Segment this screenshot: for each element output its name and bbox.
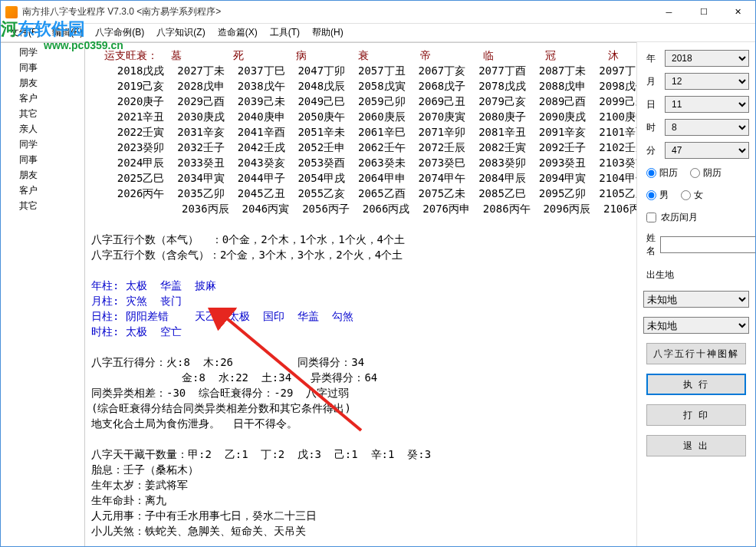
calendar-radio-group: 阳历 阴历 — [643, 165, 749, 181]
header-row: 运支旺衰： 墓 死 病 衰 帝 临 冠 沐 — [91, 48, 630, 63]
sidebar-item[interactable]: 同学 — [1, 44, 84, 60]
renyuan-row: 人元用事：子中有壬水用事七日，癸水二十三日 — [91, 508, 630, 523]
gender-radio-group: 男 女 — [643, 187, 749, 203]
score-row: 地支化合土局为食伤泄身。 日干不得令。 — [91, 416, 630, 431]
menu-knowledge[interactable]: 八字知识(Z) — [150, 24, 211, 41]
month-row: 月 12 — [643, 73, 749, 90]
day-row: 日 11 — [643, 96, 749, 113]
sidebar-item[interactable]: 同事 — [1, 152, 84, 167]
sidebar-item[interactable]: 客户 — [1, 91, 84, 106]
year-row: 年 2018 — [643, 50, 749, 67]
chart-button[interactable]: 八字五行十神图解 — [646, 343, 746, 364]
right-panel: 年 2018 月 12 日 11 时 8 分 47 阳历 阴历 — [636, 42, 755, 546]
minute-select[interactable]: 47 — [665, 142, 749, 159]
leap-label: 农历闰月 — [661, 211, 698, 224]
minute-row: 分 47 — [643, 142, 749, 159]
wuxing-count-1: 八字五行个数（本气） ：0个金，2个木，1个水，1个火，4个土 — [91, 232, 630, 247]
month-pillar: 月柱: 灾煞 丧门 — [91, 293, 630, 308]
score-row: (综合旺衰得分结合同类异类相差分数和其它条件得出) — [91, 400, 630, 416]
menubar: 河东软件园 www.pc0359.cn 文件(F) 编辑(E) 八字命例(B) … — [1, 24, 755, 42]
year-row: 2021辛丑 2030庚戌 2040庚申 2050庚午 2060庚辰 2070庚… — [91, 109, 630, 124]
taixi-row: 胎息：壬子（桑柘木） — [91, 462, 630, 477]
sidebar-item[interactable]: 亲人 — [1, 121, 84, 137]
female-radio[interactable]: 女 — [681, 189, 703, 202]
menu-help[interactable]: 帮助(H) — [306, 24, 350, 41]
close-button[interactable]: ✕ — [721, 1, 755, 23]
xiaoer-row: 小儿关煞：铁蛇关、急脚关、短命关、天吊关 — [91, 523, 630, 539]
maximize-button[interactable]: ☐ — [686, 1, 721, 23]
score-row: 金:8 水:22 土:34 异类得分：64 — [91, 370, 630, 385]
hour-pillar: 时柱: 太极 空亡 — [91, 324, 630, 339]
year-label: 年 — [643, 52, 659, 65]
year-row: 2023癸卯 2032壬子 2042壬戌 2052壬申 2062壬午 2072壬… — [91, 140, 630, 155]
app-window: 南方排八字专业程序 V7.3.0 <南方易学系列程序> ─ ☐ ✕ 河东软件园 … — [0, 0, 756, 547]
birthplace-label: 出生地 — [643, 267, 749, 283]
name-label: 姓名 — [646, 232, 656, 258]
year-pillar: 年柱: 太极 华盖 披麻 — [91, 278, 630, 293]
year-row: 2019己亥 2028戊申 2038戊午 2048戊辰 2058戊寅 2068戊… — [91, 78, 630, 94]
hour-select[interactable]: 8 — [665, 119, 749, 136]
month-label: 月 — [643, 75, 659, 88]
score-row: 八字五行得分：火:8 木:26 同类得分：34 — [91, 354, 630, 370]
print-button[interactable]: 打 印 — [646, 404, 746, 426]
sidebar: 同学 同事 朋友 客户 其它 亲人 同学 同事 朋友 客户 其它 — [1, 42, 85, 546]
minimize-button[interactable]: ─ — [652, 1, 686, 23]
month-select[interactable]: 12 — [665, 73, 749, 90]
menu-file[interactable]: 文件(F) — [4, 24, 46, 41]
birthplace-select-1[interactable]: 未知地 — [643, 291, 749, 308]
content-area: 同学 同事 朋友 客户 其它 亲人 同学 同事 朋友 客户 其它 运支旺衰： 墓… — [1, 42, 755, 546]
tiangan-row: 八字天干藏干数量：甲:2 乙:1 丁:2 戊:3 己:1 辛:1 癸:3 — [91, 446, 630, 462]
male-radio[interactable]: 男 — [646, 189, 669, 202]
menu-fate[interactable]: 造命篇(X) — [212, 24, 264, 41]
year-row: 2025乙巳 2034甲寅 2044甲子 2054甲戌 2064甲申 2074甲… — [91, 170, 630, 186]
sidebar-item[interactable]: 朋友 — [1, 167, 84, 183]
app-icon — [5, 6, 18, 18]
sidebar-item[interactable]: 朋友 — [1, 75, 84, 91]
window-controls: ─ ☐ ✕ — [652, 1, 755, 23]
exit-button[interactable]: 退 出 — [646, 435, 746, 456]
day-pillar: 日柱: 阴阳差错 天乙 太极 国印 华盖 勾煞 — [91, 308, 630, 324]
sidebar-item[interactable]: 其它 — [1, 198, 84, 213]
titlebar: 南方排八字专业程序 V7.3.0 <南方易学系列程序> ─ ☐ ✕ — [1, 1, 755, 24]
minggua-row: 生年命卦：离九 — [91, 493, 630, 508]
lunar-radio[interactable]: 阴历 — [690, 166, 721, 180]
wuxing-count-2: 八字五行个数（含余气）：2个金，3个木，3个水，2个火，4个土 — [91, 247, 630, 262]
day-select[interactable]: 11 — [665, 96, 749, 113]
birthplace-select-2[interactable]: 未知地 — [643, 317, 749, 334]
name-row: 姓名 — [643, 232, 749, 258]
menu-example[interactable]: 八字命例(B) — [89, 24, 150, 41]
year-row: 2020庚子 2029己酉 2039己未 2049己巳 2059己卯 2069己… — [91, 94, 630, 109]
minute-label: 分 — [643, 144, 659, 157]
run-button[interactable]: 执 行 — [646, 374, 746, 395]
leap-month-check[interactable]: 农历闰月 — [643, 209, 749, 226]
taisui-row: 生年太岁：姜武将军 — [91, 477, 630, 493]
leap-checkbox[interactable] — [646, 213, 656, 222]
year-row: 2036丙辰 2046丙寅 2056丙子 2066丙戌 2076丙申 2086丙… — [91, 201, 630, 216]
year-row: 2022壬寅 2031辛亥 2041辛酉 2051辛未 2061辛巳 2071辛… — [91, 124, 630, 140]
year-select[interactable]: 2018 — [665, 50, 749, 67]
menu-edit[interactable]: 编辑(E) — [46, 24, 89, 41]
name-input[interactable] — [660, 236, 755, 253]
year-row: 2018戊戌 2027丁未 2037丁巳 2047丁卯 2057丁丑 2067丁… — [91, 63, 630, 78]
day-label: 日 — [643, 98, 659, 111]
sidebar-item[interactable]: 同学 — [1, 137, 84, 152]
year-row: 2026丙午 2035乙卯 2045乙丑 2055乙亥 2065乙酉 2075乙… — [91, 186, 630, 201]
hour-row: 时 8 — [643, 119, 749, 136]
solar-radio[interactable]: 阳历 — [646, 166, 678, 180]
sidebar-item[interactable]: 同事 — [1, 60, 84, 75]
sidebar-item[interactable]: 客户 — [1, 183, 84, 198]
sidebar-item[interactable]: 其它 — [1, 106, 84, 121]
hour-label: 时 — [643, 121, 659, 134]
score-row: 同类异类相差：-30 综合旺衰得分：-29 八字过弱 — [91, 385, 630, 400]
menu-tools[interactable]: 工具(T) — [264, 24, 306, 41]
main-output: 运支旺衰： 墓 死 病 衰 帝 临 冠 沐 2018戊戌 2027丁未 2037… — [85, 42, 636, 546]
window-title: 南方排八字专业程序 V7.3.0 <南方易学系列程序> — [22, 5, 652, 18]
year-row: 2024甲辰 2033癸丑 2043癸亥 2053癸酉 2063癸未 2073癸… — [91, 155, 630, 170]
